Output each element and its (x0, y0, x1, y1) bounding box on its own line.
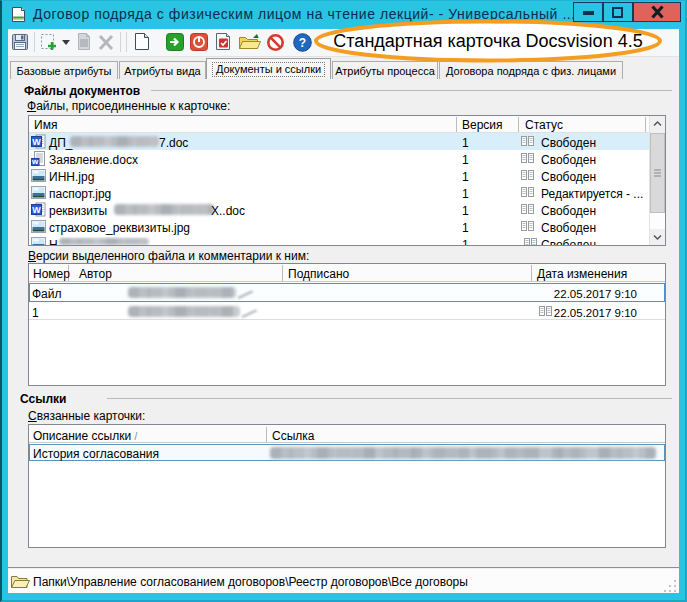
svg-text:?: ? (299, 36, 306, 50)
svg-text:Стандартная карточка Docsvisio: Стандартная карточка Docsvision 4.5 (333, 31, 642, 51)
